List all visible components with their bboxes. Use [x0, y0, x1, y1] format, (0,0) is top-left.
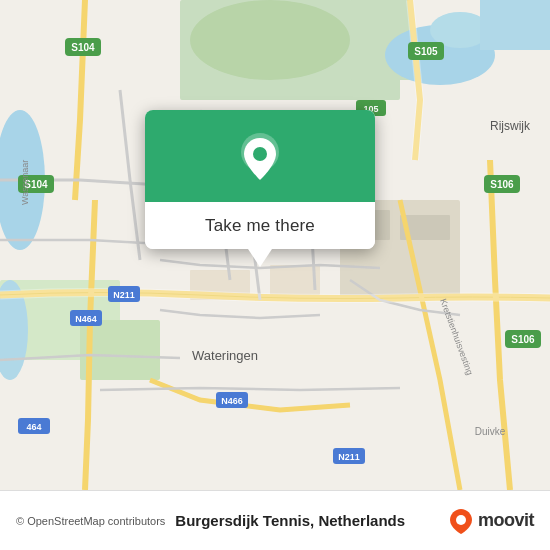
svg-text:S106: S106	[490, 179, 514, 190]
popup-header	[145, 110, 375, 202]
moovit-text: moovit	[478, 510, 534, 531]
location-name: Burgersdijk Tennis, Netherlands	[175, 512, 437, 529]
location-popup: Take me there	[145, 110, 375, 249]
copyright-text: © OpenStreetMap contributors	[16, 515, 165, 527]
moovit-pin-icon	[447, 507, 475, 535]
svg-text:Wassenaar: Wassenaar	[20, 160, 30, 205]
svg-text:S104: S104	[71, 42, 95, 53]
svg-text:N464: N464	[75, 314, 97, 324]
moovit-logo: moovit	[447, 507, 534, 535]
svg-point-47	[253, 147, 267, 161]
svg-text:S106: S106	[511, 334, 535, 345]
svg-text:N466: N466	[221, 396, 243, 406]
take-me-there-button[interactable]: Take me there	[145, 202, 375, 249]
svg-text:Duivke: Duivke	[475, 426, 506, 437]
popup-tail	[248, 249, 272, 267]
svg-point-3	[190, 0, 350, 80]
bottom-bar: © OpenStreetMap contributors Burgersdijk…	[0, 490, 550, 550]
svg-text:Wateringen: Wateringen	[192, 348, 258, 363]
svg-text:N211: N211	[113, 290, 135, 300]
map-view[interactable]: S105 S104 S104 S106 S106 105 N211 N211 N…	[0, 0, 550, 490]
svg-text:464: 464	[26, 422, 41, 432]
svg-rect-8	[480, 0, 550, 50]
svg-text:N211: N211	[338, 452, 360, 462]
svg-text:S105: S105	[414, 46, 438, 57]
location-pin-icon	[234, 132, 286, 184]
svg-text:Rijswijk: Rijswijk	[490, 119, 531, 133]
svg-point-48	[456, 515, 466, 525]
